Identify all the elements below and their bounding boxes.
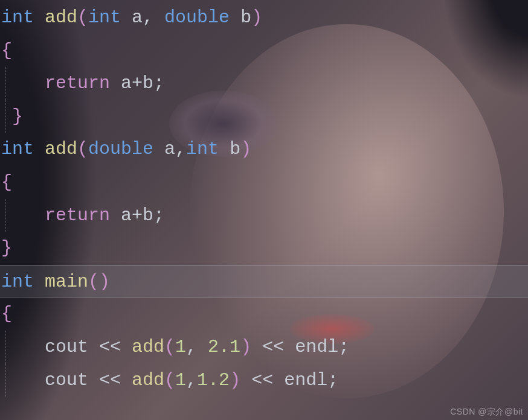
code-line[interactable]: return a+b; <box>0 67 528 100</box>
code-line[interactable]: } <box>0 100 528 133</box>
token-br: ) <box>230 370 240 390</box>
token-br: { <box>1 304 12 324</box>
token-id: a <box>164 139 175 159</box>
code-line[interactable]: { <box>0 34 528 68</box>
token-pn: ; <box>327 370 338 390</box>
code-line-content: int main() <box>1 272 110 292</box>
code-line[interactable]: cout << add(1,1.2) << endl; <box>0 364 528 397</box>
token-ret: return <box>45 205 121 226</box>
watermark-text: CSDN @宗介@bit <box>450 407 523 418</box>
token-id: a <box>121 73 132 94</box>
token-kw: double <box>164 7 240 28</box>
indent-guide <box>5 364 6 397</box>
token-id: b <box>240 7 251 28</box>
token-pn: , <box>143 7 164 28</box>
token-id: endl <box>295 337 338 357</box>
token-num: 1 <box>175 370 186 390</box>
code-line-content: { <box>1 304 12 324</box>
token-id: a <box>121 205 132 226</box>
token-pn: ; <box>153 73 164 94</box>
token-pn: , <box>186 337 208 357</box>
token-pn: , <box>175 139 186 159</box>
code-line-content: return a+b; <box>1 73 164 94</box>
indent-space <box>1 73 45 94</box>
token-kw: int <box>1 7 45 28</box>
token-id: cout <box>45 337 99 357</box>
code-line[interactable]: int main() <box>0 265 528 298</box>
token-ret: return <box>45 73 121 94</box>
token-br: ( <box>77 7 88 28</box>
token-br: () <box>88 272 110 292</box>
code-line-content: { <box>1 172 12 192</box>
indent-guide <box>5 100 6 133</box>
token-num: 1.2 <box>197 370 230 390</box>
token-br: ( <box>164 370 175 390</box>
code-line-content: cout << add(1, 2.1) << endl; <box>1 337 349 357</box>
token-br: { <box>1 40 12 61</box>
token-id: cout <box>45 370 99 390</box>
code-line-content: } <box>1 238 12 258</box>
code-line-content: cout << add(1,1.2) << endl; <box>1 370 338 390</box>
indent-guide <box>5 67 6 100</box>
token-br: } <box>1 106 23 127</box>
indent-guide <box>5 199 6 232</box>
token-kw: int <box>1 272 45 292</box>
code-line[interactable]: cout << add(1, 2.1) << endl; <box>0 331 528 364</box>
token-fn: add <box>45 7 77 28</box>
indent-space <box>1 205 45 226</box>
code-line[interactable]: { <box>0 298 528 331</box>
token-fn: main <box>45 272 88 292</box>
token-br: ( <box>77 139 88 159</box>
token-id: b <box>143 205 153 226</box>
indent-space <box>1 370 45 390</box>
code-editor[interactable]: int add(int a, double b){ return a+b; }i… <box>0 0 528 420</box>
token-kw: int <box>1 139 45 159</box>
token-num: 1 <box>175 337 186 357</box>
token-kw: int <box>88 7 132 28</box>
token-br: ) <box>251 7 262 28</box>
token-op: << <box>240 370 284 390</box>
token-fn: add <box>132 370 164 390</box>
token-kw: int <box>186 139 230 159</box>
token-op: + <box>132 73 143 94</box>
token-id: endl <box>284 370 327 390</box>
code-line-content: int add(int a, double b) <box>1 7 262 28</box>
code-line[interactable]: int add(int a, double b) <box>0 1 528 34</box>
code-line-content: return a+b; <box>1 205 164 226</box>
token-op: + <box>132 205 143 226</box>
token-id: b <box>143 73 153 94</box>
code-line[interactable]: } <box>0 232 528 265</box>
indent-guide <box>5 331 6 364</box>
token-num: 2.1 <box>208 337 240 357</box>
token-id: b <box>230 139 240 159</box>
token-pn: , <box>186 370 197 390</box>
code-line[interactable]: { <box>0 166 528 199</box>
token-fn: add <box>45 139 77 159</box>
code-line-content: int add(double a,int b) <box>1 139 251 159</box>
code-line-content: { <box>1 40 12 61</box>
indent-space <box>1 337 45 357</box>
token-br: ) <box>240 139 251 159</box>
token-pn: ; <box>338 337 349 357</box>
token-op: << <box>99 337 132 357</box>
code-line-content: } <box>1 106 23 127</box>
token-pn: ; <box>153 205 164 226</box>
code-line[interactable]: int add(double a,int b) <box>0 133 528 166</box>
token-br: ( <box>164 337 175 357</box>
code-line[interactable]: return a+b; <box>0 199 528 232</box>
token-br: { <box>1 172 12 192</box>
token-op: << <box>99 370 132 390</box>
token-kw: double <box>88 139 164 159</box>
token-br: ) <box>240 337 251 357</box>
token-br: } <box>1 238 12 258</box>
token-op: << <box>251 337 295 357</box>
token-fn: add <box>132 337 164 357</box>
token-id: a <box>132 7 143 28</box>
